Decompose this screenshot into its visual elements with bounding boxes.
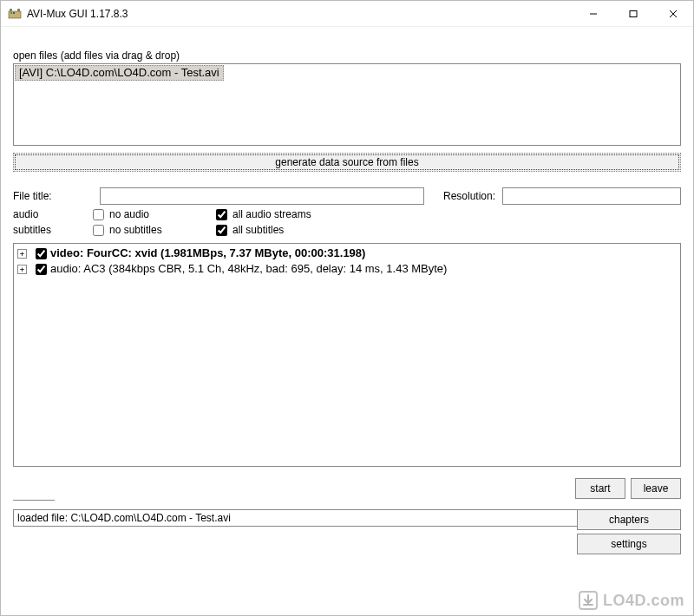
expand-icon[interactable]: +: [17, 249, 27, 259]
tree-item-video[interactable]: + video: FourCC: xvid (1.981MBps, 7.37 M…: [16, 246, 678, 261]
file-item-prefix: [AVI]: [19, 66, 43, 79]
tree-item-audio[interactable]: + audio: AC3 (384kbps CBR, 5.1 Ch, 48kHz…: [16, 261, 678, 277]
app-window: AVI-Mux GUI 1.17.8.3 open files (add fil…: [0, 0, 694, 616]
file-list-item[interactable]: [AVI] C:\LO4D.com\LO4D.com - Test.avi: [15, 65, 224, 81]
titlebar: AVI-Mux GUI 1.17.8.3: [1, 1, 693, 27]
watermark-text: LO4D.com: [603, 592, 684, 610]
watermark: LO4D.com: [570, 586, 693, 615]
no-audio-checkbox[interactable]: [93, 209, 104, 220]
audio-label: audio: [13, 208, 93, 220]
generate-button[interactable]: generate data source from files: [13, 153, 681, 172]
window-title: AVI-Mux GUI 1.17.8.3: [27, 8, 573, 20]
app-icon: [8, 7, 22, 21]
all-audio-streams-label: all audio streams: [232, 208, 311, 220]
file-item-path: C:\LO4D.com\LO4D.com - Test.avi: [46, 66, 219, 79]
video-stream-text: video: FourCC: xvid (1.981MBps, 7.37 MBy…: [50, 246, 365, 261]
minimize-button[interactable]: [573, 1, 613, 27]
all-audio-streams-checkbox[interactable]: [216, 209, 227, 220]
download-icon: [579, 591, 598, 610]
open-files-list[interactable]: [AVI] C:\LO4D.com\LO4D.com - Test.avi: [13, 63, 681, 146]
svg-rect-2: [13, 12, 15, 14]
expand-icon[interactable]: +: [17, 265, 27, 274]
svg-rect-4: [17, 9, 20, 11]
side-buttons: chapters settings: [577, 509, 681, 554]
open-files-label: open files (add files via drag & drop): [13, 49, 681, 62]
chapters-button[interactable]: chapters: [577, 509, 681, 530]
svg-rect-3: [10, 9, 12, 11]
subtitles-label: subtitles: [13, 224, 93, 236]
start-button[interactable]: start: [575, 478, 625, 499]
resolution-label: Resolution:: [443, 190, 495, 202]
no-subtitles-label: no subtitles: [109, 224, 162, 236]
resolution-input[interactable]: [502, 187, 681, 205]
all-subtitles-checkbox[interactable]: [216, 225, 227, 236]
stream-tree[interactable]: + video: FourCC: xvid (1.981MBps, 7.37 M…: [13, 243, 681, 467]
audio-stream-checkbox[interactable]: [36, 264, 47, 275]
file-title-label: File title:: [13, 190, 93, 202]
no-audio-label: no audio: [109, 208, 149, 220]
svg-rect-1: [10, 12, 12, 14]
file-title-input[interactable]: [100, 187, 424, 205]
close-button[interactable]: [653, 1, 693, 27]
svg-rect-6: [630, 10, 637, 16]
content-area: open files (add files via drag & drop) […: [1, 27, 693, 615]
leave-button[interactable]: leave: [631, 478, 681, 499]
all-subtitles-label: all subtitles: [232, 224, 284, 236]
status-text: loaded file: C:\LO4D.com\LO4D.com - Test…: [17, 512, 231, 524]
no-subtitles-checkbox[interactable]: [93, 225, 104, 236]
video-stream-checkbox[interactable]: [36, 248, 47, 259]
audio-stream-text: audio: AC3 (384kbps CBR, 5.1 Ch, 48kHz, …: [50, 261, 447, 277]
maximize-button[interactable]: [613, 1, 653, 27]
window-controls: [573, 1, 693, 27]
progress-indicator: [13, 498, 55, 501]
settings-button[interactable]: settings: [577, 534, 681, 554]
